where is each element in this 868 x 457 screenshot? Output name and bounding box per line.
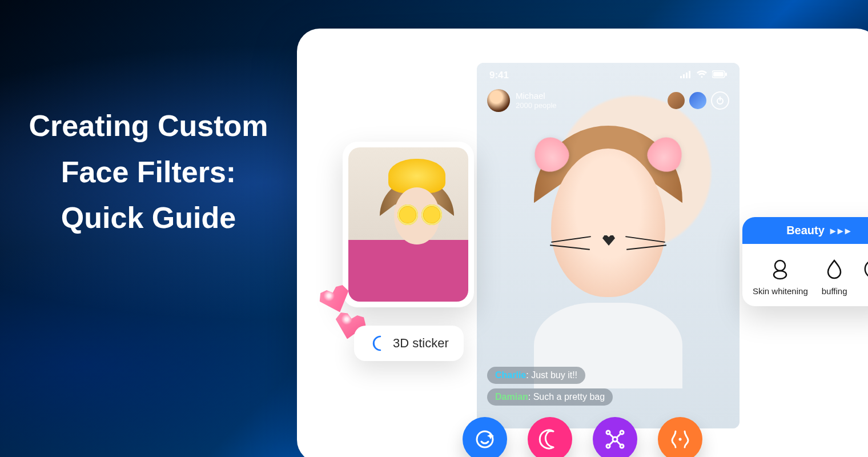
- sticker-chip[interactable]: 3D sticker: [354, 326, 464, 361]
- svg-rect-1: [683, 74, 685, 78]
- host-name: Michael: [516, 91, 557, 101]
- svg-line-17: [609, 434, 613, 438]
- beauty-header[interactable]: Beauty ▸▸▸: [742, 217, 868, 244]
- effects-button[interactable]: [593, 417, 637, 457]
- viewer-avatar[interactable]: [689, 92, 706, 109]
- beauty-option-partial[interactable]: ro: [861, 258, 869, 296]
- sticker-button[interactable]: [528, 417, 572, 457]
- body-icon: [669, 428, 692, 451]
- chat-text: Just buy it!!: [531, 370, 577, 380]
- status-time: 9:41: [489, 70, 509, 81]
- chat-user: Charlie: [495, 370, 526, 380]
- chat-overlay: Charlie: Just buy it!! Damian: Such a pr…: [487, 367, 613, 406]
- svg-point-10: [774, 271, 786, 279]
- stream-header: Michael 2000 people: [477, 85, 740, 117]
- circle-icon: [861, 258, 869, 280]
- svg-line-20: [617, 441, 621, 445]
- sticker-preview-image: [348, 147, 468, 302]
- beauty-title: Beauty: [786, 224, 825, 237]
- lemon-glasses-icon: [397, 205, 418, 225]
- lemon-glasses-icon: [421, 205, 442, 225]
- svg-rect-6: [725, 73, 727, 76]
- power-icon: [716, 96, 725, 105]
- viewer-avatars: [668, 91, 729, 110]
- power-button[interactable]: [711, 91, 729, 110]
- beauty-option-label: Skin whitening: [753, 286, 808, 296]
- chat-text: Such a pretty bag: [533, 392, 605, 402]
- signal-icon: [680, 70, 692, 81]
- beauty-option-skin-whitening[interactable]: Skin whitening: [753, 258, 808, 296]
- body-shape-button[interactable]: [658, 417, 702, 457]
- sticker-preview-card[interactable]: [343, 142, 474, 307]
- svg-point-9: [775, 260, 785, 271]
- demo-card: 9:41 Michael 2000 people: [297, 29, 868, 457]
- host-info[interactable]: Michael 2000 people: [487, 89, 557, 112]
- svg-line-18: [617, 434, 621, 438]
- face-filter-icon: [473, 428, 496, 451]
- filter-toolbar: [463, 417, 702, 457]
- chat-user: Damian: [495, 392, 528, 402]
- face-filter-button[interactable]: [463, 417, 507, 457]
- network-icon: [604, 428, 626, 451]
- svg-point-21: [679, 438, 682, 441]
- sticker-chip-label: 3D sticker: [393, 336, 449, 351]
- beauty-option-label: buffing: [822, 286, 847, 296]
- main-face-filter: [523, 114, 694, 343]
- viewer-count: 2000 people: [516, 101, 557, 110]
- drop-icon: [823, 258, 846, 280]
- svg-point-12: [613, 437, 617, 442]
- chat-message: Charlie: Just buy it!!: [487, 367, 585, 384]
- wifi-icon: [696, 70, 708, 81]
- svg-rect-5: [713, 72, 724, 77]
- battery-icon: [712, 70, 727, 81]
- heart-icon: [316, 281, 354, 318]
- arrow-dots-icon: ▸▸▸: [830, 225, 853, 237]
- chat-message: Damian: Such a pretty bag: [487, 388, 613, 406]
- sticker-moon-icon: [539, 428, 561, 451]
- svg-line-19: [609, 441, 613, 445]
- viewer-avatar[interactable]: [668, 92, 685, 109]
- moon-icon: [369, 335, 386, 352]
- host-avatar: [487, 89, 510, 112]
- status-bar: 9:41: [477, 63, 740, 85]
- phone-mockup: 9:41 Michael 2000 people: [477, 63, 740, 428]
- beauty-option-buffing[interactable]: buffing: [822, 258, 847, 296]
- svg-rect-2: [686, 73, 688, 78]
- skin-whitening-icon: [769, 258, 791, 280]
- beauty-panel: Beauty ▸▸▸ Skin whitening buffing: [742, 217, 868, 306]
- svg-rect-3: [689, 71, 690, 78]
- hero-title: Creating Custom Face Filters: Quick Guid…: [29, 103, 268, 241]
- svg-rect-0: [680, 76, 682, 78]
